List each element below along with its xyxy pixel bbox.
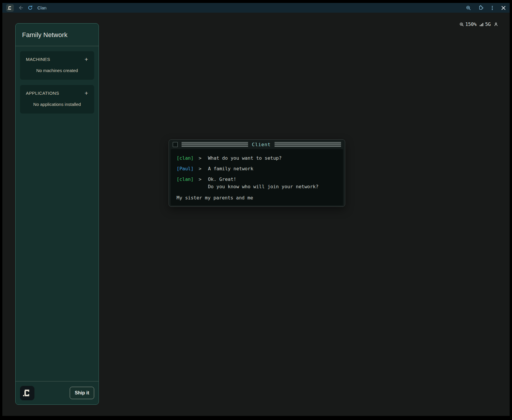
page-title: Clan bbox=[37, 5, 46, 10]
extensions-button[interactable] bbox=[478, 5, 483, 11]
speaker-clan: [clan] bbox=[177, 176, 194, 190]
prompt-chevron: > bbox=[199, 154, 202, 162]
ship-it-button[interactable]: Ship it bbox=[70, 387, 94, 399]
message-line: Ok. Great! bbox=[208, 176, 319, 183]
applications-empty-text: No applications installed bbox=[26, 102, 88, 107]
sidebar-family-network: Family Network MACHINES + No machines cr… bbox=[15, 23, 99, 405]
zoom-level-value: 150% bbox=[465, 21, 477, 27]
close-window-button[interactable] bbox=[501, 6, 506, 10]
add-application-button[interactable]: + bbox=[84, 91, 88, 96]
machines-empty-text: No machines created bbox=[26, 68, 88, 73]
applications-section-label: APPLICATIONS bbox=[26, 91, 59, 96]
speaker-paul: [Paul] bbox=[177, 165, 194, 172]
message-line: Do you know who will join your network? bbox=[208, 183, 319, 190]
clan-logo-tile bbox=[20, 386, 34, 400]
clan-logo-icon bbox=[23, 389, 32, 397]
prompt-chevron: > bbox=[199, 176, 202, 190]
terminal-input-line[interactable]: My sister my parents and me bbox=[177, 194, 337, 201]
network-type-label: 5G bbox=[485, 21, 491, 27]
add-machine-button[interactable]: + bbox=[84, 57, 88, 62]
account-person-icon[interactable] bbox=[493, 22, 498, 27]
sidebar-header: Family Network bbox=[16, 24, 99, 46]
sidebar-footer: Ship it bbox=[16, 381, 99, 404]
magnifier-plus-icon bbox=[466, 5, 471, 11]
prompt-chevron: > bbox=[199, 165, 202, 172]
clan-logo-icon bbox=[8, 6, 12, 10]
client-terminal-window: Client [clan] > What do you want to setu… bbox=[169, 139, 345, 207]
chat-message: [Paul] > A family network bbox=[177, 165, 337, 172]
status-indicator: 150% 5G bbox=[459, 21, 498, 27]
browser-top-bar: Clan bbox=[2, 3, 510, 13]
message-line: A family network bbox=[208, 165, 253, 172]
menu-button[interactable] bbox=[490, 6, 495, 10]
titlebar-stripes-right bbox=[275, 142, 341, 147]
speaker-clan: [clan] bbox=[177, 154, 194, 162]
sidebar-title: Family Network bbox=[22, 31, 92, 39]
app-logo-button[interactable] bbox=[6, 4, 14, 12]
terminal-titlebar[interactable]: Client bbox=[169, 140, 345, 149]
terminal-window-title: Client bbox=[252, 142, 271, 147]
window-close-box-icon[interactable] bbox=[173, 142, 178, 147]
message-line: What do you want to setup? bbox=[208, 154, 282, 162]
machines-section: MACHINES + No machines created bbox=[20, 51, 94, 80]
terminal-content[interactable]: [clan] > What do you want to setup? [Pau… bbox=[171, 149, 343, 205]
applications-section: APPLICATIONS + No applications installed bbox=[20, 85, 94, 114]
puzzle-piece-icon bbox=[478, 5, 483, 11]
back-arrow-icon bbox=[18, 5, 24, 11]
signal-bars-icon bbox=[479, 22, 484, 27]
close-x-icon bbox=[501, 6, 506, 10]
machines-section-label: MACHINES bbox=[26, 57, 50, 62]
zoom-level-icon bbox=[459, 22, 464, 27]
back-button[interactable] bbox=[18, 5, 24, 11]
reload-icon bbox=[28, 5, 33, 10]
kebab-menu-icon bbox=[490, 6, 495, 10]
titlebar-stripes-left bbox=[182, 142, 248, 147]
zoom-button[interactable] bbox=[466, 5, 471, 11]
app-page: 150% 5G Family Network bbox=[2, 13, 510, 416]
reload-button[interactable] bbox=[28, 5, 33, 10]
chat-message: [clan] > What do you want to setup? bbox=[177, 154, 337, 162]
chat-message: [clan] > Ok. Great! Do you know who will… bbox=[177, 176, 337, 190]
